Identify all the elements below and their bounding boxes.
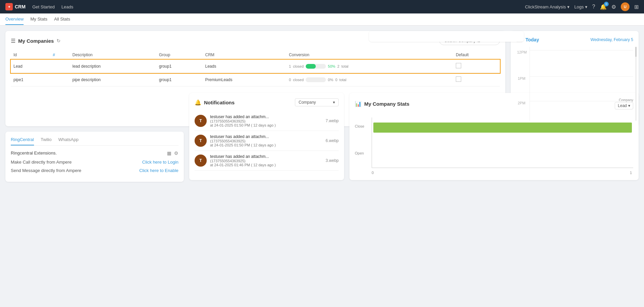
notif-content: testuser has added an attachm... (173755… <box>210 114 322 127</box>
notification-item[interactable]: T testuser has added an attachm... (1737… <box>195 131 339 151</box>
cell-hash <box>50 73 70 87</box>
col-crm: CRM <box>202 50 286 60</box>
progress-bar <box>306 64 326 69</box>
cell-description: lead description <box>70 60 156 73</box>
settings-icon[interactable]: ⚙ <box>611 4 616 10</box>
stats-title: My Company Stats <box>364 101 409 107</box>
logs-dropdown[interactable]: Logs ▾ <box>574 4 587 9</box>
user-avatar[interactable]: U <box>621 2 630 11</box>
app-logo[interactable]: ✦ CRM <box>5 3 26 10</box>
dropdown-label: Company <box>299 100 316 105</box>
bell-icon: 🔔 <box>195 99 201 106</box>
notif-id: (1737550554363925) <box>210 119 322 123</box>
subnav-all-stats[interactable]: All Stats <box>54 14 70 25</box>
col-id: Id <box>11 50 50 60</box>
menu-icon: ☰ <box>11 38 15 44</box>
sub-navigation: Overview My Stats All Stats <box>0 13 644 26</box>
notif-file: 6.webp <box>326 138 339 143</box>
subnav-overview[interactable]: Overview <box>5 14 24 25</box>
timeline-area: 12PM 1PM 2PM <box>530 47 633 121</box>
y-label-close: Close <box>355 124 364 128</box>
time-label-2pm: 2PM <box>518 101 526 105</box>
help-icon[interactable]: ? <box>592 4 595 10</box>
cell-group: group1 <box>156 73 202 87</box>
notif-user: testuser has added an attachm... <box>210 154 322 159</box>
app-name: CRM <box>15 4 26 9</box>
bar-chart-icon: 📊 <box>355 101 362 107</box>
closed-count: 0 <box>289 78 291 82</box>
table-row[interactable]: pipe1 pipe description group1 PremiumLea… <box>11 73 500 87</box>
top-navigation: ✦ CRM Get Started Leads ClickStream Anal… <box>0 0 644 13</box>
timeline-scrollbar[interactable] <box>635 47 637 121</box>
progress-fill <box>306 64 316 69</box>
notifications-header: 🔔 Notifications Company ▾ <box>195 98 339 106</box>
scrollbar-thumb[interactable] <box>635 47 637 57</box>
closed-label: closed <box>293 78 304 82</box>
chevron-down-icon: ▾ <box>567 4 570 9</box>
notifications-title: Notifications <box>204 100 235 105</box>
companies-title: My Companies <box>18 38 54 44</box>
notification-bell[interactable]: 🔔 0 <box>600 4 607 10</box>
notification-item[interactable]: T testuser has added an attachm... (1737… <box>195 111 339 131</box>
notif-time: at 24-01-2025 01:46 PM ( 12 days ago ) <box>210 163 322 167</box>
notification-item[interactable]: T testuser has added an attachm... (1737… <box>195 151 339 171</box>
cell-group: group1 <box>156 60 202 73</box>
x-label-0: 0 <box>372 171 374 175</box>
topnav-right: ClickStream Analysis ▾ Logs ▾ ? 🔔 0 ⚙ U … <box>525 2 639 11</box>
cell-default[interactable] <box>453 73 500 87</box>
col-conversion: Conversion <box>286 50 453 60</box>
notif-user: testuser has added an attachm... <box>210 134 322 139</box>
default-checkbox[interactable] <box>456 63 461 68</box>
cell-conversion: 0 closed 0% 0 total <box>286 73 453 87</box>
cell-conversion: 1 closed 50% 2 total <box>286 60 453 73</box>
today-date: Wednesday, February 5 <box>590 37 633 42</box>
notifications-dropdown[interactable]: Company ▾ <box>295 98 339 106</box>
time-label-1pm: 1PM <box>518 76 526 80</box>
timeline-line <box>530 101 633 101</box>
cell-crm: Leads <box>202 60 286 73</box>
notif-avatar: T <box>195 155 207 167</box>
apps-icon[interactable]: ⊞ <box>634 4 639 10</box>
total-label: total <box>339 78 346 82</box>
default-checkbox[interactable] <box>456 76 461 82</box>
y-label-open: Open <box>355 151 364 155</box>
timeline-line <box>530 50 633 50</box>
notif-avatar: T <box>195 115 207 127</box>
nav-get-started[interactable]: Get Started <box>32 4 55 9</box>
cell-id: pipe1 <box>11 73 50 87</box>
col-group: Group <box>156 50 202 60</box>
today-header: 📅 Today Wednesday, February 5 <box>516 36 633 43</box>
refresh-icon[interactable]: ↻ <box>57 38 61 43</box>
closed-label: closed <box>293 64 304 68</box>
notif-content: testuser has added an attachm... (173755… <box>210 134 322 147</box>
notif-file: 7.webp <box>326 118 339 123</box>
chart-body <box>372 117 633 168</box>
logs-label: Logs <box>574 4 584 9</box>
progress-label: 0% <box>328 78 333 82</box>
notif-avatar: T <box>195 135 207 147</box>
notif-user: testuser has added an attachm... <box>210 114 322 119</box>
progress-bar <box>306 77 326 82</box>
chart-area: Close Open 0 1 <box>355 114 633 175</box>
subnav-my-stats[interactable]: My Stats <box>30 14 47 25</box>
chevron-down-icon: ▾ <box>333 100 335 105</box>
total-count: 2 <box>337 64 339 68</box>
notifications-card: 🔔 Notifications Company ▾ T testuser has… <box>189 93 344 180</box>
cell-id: Lead <box>11 60 50 73</box>
x-label-1: 1 <box>630 171 632 175</box>
notif-id: (1737550554363925) <box>210 139 322 143</box>
clickstream-dropdown[interactable]: ClickStream Analysis ▾ <box>525 4 570 9</box>
notification-badge: 0 <box>604 2 609 6</box>
table-row[interactable]: Lead lead description group1 Leads 1 clo… <box>11 60 500 73</box>
notif-time: at 24-01-2025 01:50 PM ( 12 days ago ) <box>210 123 322 127</box>
time-label-12pm: 12PM <box>517 50 527 54</box>
cell-default[interactable] <box>453 60 500 73</box>
cell-description: pipe description <box>70 73 156 87</box>
table-header-row: Id # Description Group CRM Conversion De… <box>11 50 500 60</box>
companies-table: Id # Description Group CRM Conversion De… <box>11 50 500 87</box>
notif-time: at 24-01-2025 01:50 PM ( 12 days ago ) <box>210 143 322 147</box>
timeline-line <box>530 76 633 77</box>
nav-leads[interactable]: Leads <box>61 4 73 9</box>
notifications-card-placeholder <box>369 31 524 42</box>
notifications-list: T testuser has added an attachm... (1737… <box>195 111 339 171</box>
